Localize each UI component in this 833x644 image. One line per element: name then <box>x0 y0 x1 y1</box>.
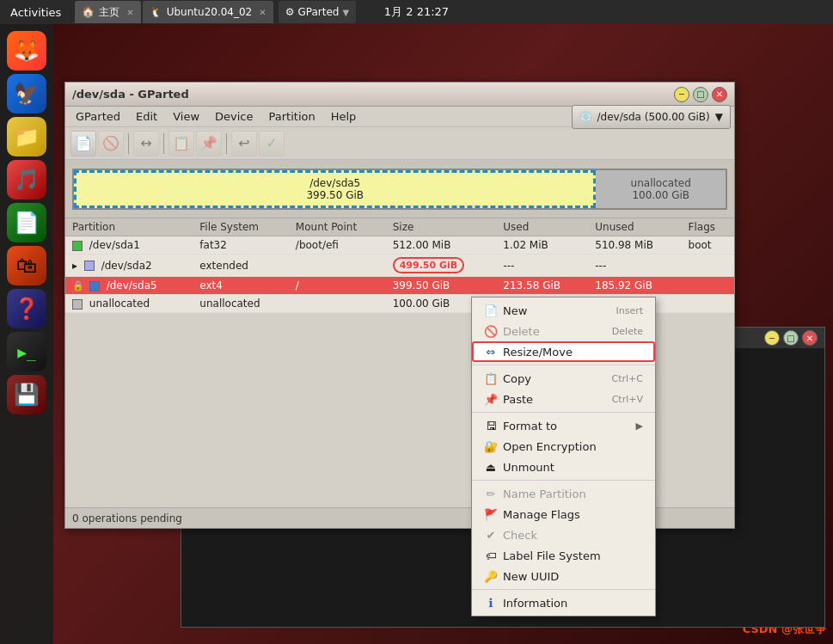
dock-firefox[interactable]: 🦊 <box>7 31 46 71</box>
col-header-mountpoint: Mount Point <box>289 218 386 236</box>
dock-terminal[interactable]: ▶_ <box>7 332 46 371</box>
col-header-size: Size <box>386 218 497 236</box>
menu-partition[interactable]: Partition <box>262 108 322 125</box>
ctx-openenc-label: Open Encryption <box>503 440 597 453</box>
home-tab-close[interactable]: ✕ <box>126 8 133 17</box>
gparted-app-dropdown: ▼ <box>342 8 349 17</box>
toolbar-apply-btn[interactable]: ✓ <box>259 131 285 156</box>
table-row-sda5[interactable]: 🔒 /dev/sda5 ext4 / 399.50 GiB 213.58 GiB… <box>65 277 734 295</box>
ctx-menu-resize[interactable]: ⇔ Resize/Move <box>472 341 655 362</box>
ctx-menu-open-enc[interactable]: 🔐 Open Encryption <box>472 436 655 457</box>
ctx-copy-shortcut: Ctrl+C <box>612 373 643 384</box>
sda5-color-box <box>89 281 100 291</box>
ctx-sep-2 <box>472 412 655 413</box>
sda2-color-box <box>84 261 95 271</box>
unalloc-color-box <box>72 299 83 310</box>
ctx-menu-name-partition[interactable]: ✏ Name Partition <box>472 483 655 504</box>
table-row-sda1[interactable]: /dev/sda1 fat32 /boot/efi 512.00 MiB 1.0… <box>65 236 734 255</box>
unmount-icon: ⏏ <box>484 460 498 474</box>
toolbar-copy-btn[interactable]: 📋 <box>168 131 194 156</box>
disk-segment-unallocated[interactable]: unallocated 100.00 GiB <box>596 170 726 208</box>
ctx-menu-delete[interactable]: 🚫 Delete Delete <box>472 321 655 341</box>
maximize-button[interactable]: □ <box>693 87 708 102</box>
ctx-sep-3 <box>472 480 655 481</box>
tab-ubuntu[interactable]: 🐧 Ubuntu20.04_02 ✕ <box>143 1 273 23</box>
cell-sda5-fs: ext4 <box>193 277 289 295</box>
cell-sda1-partition: /dev/sda1 <box>65 236 193 255</box>
close-button[interactable]: ✕ <box>712 87 727 102</box>
ctx-menu-unmount[interactable]: ⏏ Unmount <box>472 457 655 477</box>
sda5-lock-icon: 🔒 <box>72 280 84 291</box>
label-fs-icon: 🏷 <box>484 549 498 562</box>
col-header-partition: Partition <box>65 218 193 236</box>
toolbar-delete-icon: 🚫 <box>102 135 119 151</box>
device-selector[interactable]: 💿 /dev/sda (500.00 GiB) ▼ <box>572 105 732 129</box>
terminal-maximize[interactable]: □ <box>783 330 799 346</box>
cell-sda1-fs: fat32 <box>193 236 289 255</box>
ubuntu-tab-label: Ubuntu20.04_02 <box>167 6 253 18</box>
ctx-menu-information[interactable]: ℹ Information <box>472 592 655 613</box>
terminal-close[interactable]: ✕ <box>802 330 818 346</box>
disk-bar: /dev/sda5 399.50 GiB unallocated 100.00 … <box>72 169 727 210</box>
dock-files[interactable]: 📁 <box>7 117 46 156</box>
ctx-new-label: New <box>503 304 527 317</box>
ctx-menu-label-fs[interactable]: 🏷 Label File System <box>472 545 655 566</box>
toolbar-paste-btn[interactable]: 📌 <box>196 131 222 156</box>
terminal-minimize[interactable]: − <box>764 330 780 346</box>
terminal-icon: ▶_ <box>17 343 36 361</box>
menu-help[interactable]: Help <box>324 108 364 125</box>
gparted-window-title: /dev/sda - GParted <box>72 88 189 101</box>
toolbar-undo-icon: ↩ <box>238 135 249 151</box>
cell-sda2-flags <box>682 255 734 277</box>
ctx-paste-label: Paste <box>503 393 533 406</box>
menu-edit[interactable]: Edit <box>129 108 164 125</box>
ctx-menu-format[interactable]: 🖫 Format to ▶ <box>472 415 655 436</box>
dock-appstore[interactable]: 🛍 <box>7 246 46 285</box>
format-icon: 🖫 <box>484 419 498 432</box>
ubuntu-tab-close[interactable]: ✕ <box>259 8 266 17</box>
taskbar-app-gparted[interactable]: ⚙ GParted ▼ <box>279 1 356 23</box>
ctx-menu-manage-flags[interactable]: 🚩 Manage Flags <box>472 504 655 524</box>
toolbar-new-btn[interactable]: 📄 <box>70 131 96 156</box>
dock-thunderbird[interactable]: 🦅 <box>7 74 46 113</box>
gparted-titlebar: /dev/sda - GParted − □ ✕ <box>65 83 734 107</box>
sda1-color-box <box>72 241 83 251</box>
disk-unalloc-name: unallocated <box>631 177 691 189</box>
activities-button[interactable]: Activities <box>0 0 71 24</box>
ubuntu-tab-icon: 🐧 <box>150 6 162 18</box>
ctx-sep-4 <box>472 589 655 590</box>
menu-device[interactable]: Device <box>208 108 260 125</box>
menu-view[interactable]: View <box>166 108 206 125</box>
dock-libreoffice[interactable]: 📄 <box>7 203 46 242</box>
minimize-button[interactable]: − <box>674 87 689 102</box>
open-enc-icon: 🔐 <box>484 439 498 453</box>
cell-sda5-flags <box>682 277 734 295</box>
ctx-new-shortcut: Insert <box>616 305 643 316</box>
col-header-flags: Flags <box>682 218 734 236</box>
toolbar-delete-btn[interactable]: 🚫 <box>98 131 124 156</box>
sda2-expand-icon: ▸ <box>72 260 77 272</box>
ctx-menu-new-uuid[interactable]: 🔑 New UUID <box>472 566 655 586</box>
gparted-app-label: GParted <box>297 6 339 18</box>
ctx-menu-paste[interactable]: 📌 Paste Ctrl+V <box>472 389 655 409</box>
ctx-menu-copy[interactable]: 📋 Copy Ctrl+C <box>472 368 655 389</box>
sda2-size-badge: 499.50 GiB <box>393 257 464 273</box>
col-header-filesystem: File System <box>193 218 289 236</box>
toolbar-separator-2 <box>163 133 164 154</box>
ctx-menu-new[interactable]: 📄 New Insert <box>472 300 655 321</box>
dock-help[interactable]: ❓ <box>7 289 46 328</box>
toolbar-undo-btn[interactable]: ↩ <box>231 131 257 156</box>
left-dock: 🦊 🦅 📁 🎵 📄 🛍 ❓ ▶_ 💾 <box>0 24 53 644</box>
dock-gparted[interactable]: 💾 <box>7 375 46 414</box>
tab-home[interactable]: 🏠 主页 ✕ <box>75 1 140 23</box>
table-row-sda2[interactable]: ▸ /dev/sda2 extended 499.50 GiB --- --- <box>65 255 734 277</box>
copy-icon: 📋 <box>484 371 498 385</box>
ctx-menu-check[interactable]: ✔ Check <box>472 524 655 545</box>
dock-rhythmbox[interactable]: 🎵 <box>7 160 46 199</box>
disk-segment-sda5[interactable]: /dev/sda5 399.50 GiB <box>74 170 596 208</box>
menu-gparted[interactable]: GParted <box>69 108 127 125</box>
toolbar-resize-btn[interactable]: ↔ <box>133 131 159 156</box>
cell-sda1-used: 1.02 MiB <box>496 236 588 255</box>
cell-sda1-mount: /boot/efi <box>289 236 386 255</box>
ctx-resize-label: Resize/Move <box>503 346 573 359</box>
